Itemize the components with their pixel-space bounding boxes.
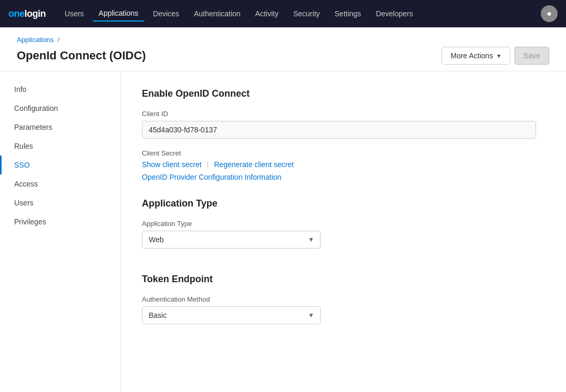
page-header: Applications / OpenId Connect (OIDC) Mor… [0,27,566,71]
show-client-secret-button[interactable]: Show client secret [142,160,202,169]
openid-provider-config-link[interactable]: OpenID Provider Configuration Informatio… [142,173,281,181]
more-actions-button[interactable]: More Actions ▼ [441,47,510,65]
sidebar-item-sso[interactable]: SSO [0,156,120,174]
top-navigation: onelogin Users Applications Devices Auth… [0,0,566,27]
client-secret-group: Client Secret Show client secret | Regen… [142,149,545,181]
application-type-select-wrapper: Web Native/Mobile Single Page App ▼ [142,231,321,249]
link-divider: | [207,160,209,169]
save-button[interactable]: Save [514,47,549,65]
logo: onelogin [8,8,46,19]
breadcrumb: Applications / [17,36,549,44]
main-content: Enable OpenID Connect Client ID Client S… [121,71,566,392]
breadcrumb-separator: / [58,36,60,44]
nav-developers[interactable]: Developers [369,6,419,21]
nav-security[interactable]: Security [287,6,326,21]
sidebar-item-access[interactable]: Access [0,174,120,193]
nav-users[interactable]: Users [58,6,90,21]
authentication-method-select[interactable]: Basic POST None [142,306,321,324]
nav-applications[interactable]: Applications [92,6,145,22]
user-avatar[interactable]: ● [541,5,558,22]
page-title: OpenId Connect (OIDC) [17,49,146,63]
breadcrumb-applications[interactable]: Applications [17,36,54,44]
client-secret-actions: Show client secret | Regenerate client s… [142,160,545,169]
sidebar-item-info[interactable]: Info [0,80,120,99]
nav-devices[interactable]: Devices [147,6,186,21]
main-layout: Info Configuration Parameters Rules SSO … [0,71,566,392]
client-id-label: Client ID [142,110,545,118]
client-secret-label: Client Secret [142,149,545,157]
client-id-input[interactable] [142,121,536,139]
sidebar: Info Configuration Parameters Rules SSO … [0,71,121,392]
authentication-method-label: Authentication Method [142,295,545,303]
regenerate-client-secret-button[interactable]: Regenerate client secret [214,160,294,169]
enable-openid-section-title: Enable OpenID Connect [142,88,545,99]
nav-activity[interactable]: Activity [249,6,285,21]
page-actions: More Actions ▼ Save [441,47,549,65]
sidebar-item-parameters[interactable]: Parameters [0,118,120,137]
sidebar-item-configuration[interactable]: Configuration [0,99,120,118]
authentication-method-select-wrapper: Basic POST None ▼ [142,306,321,324]
sidebar-item-rules[interactable]: Rules [0,137,120,156]
nav-authentication[interactable]: Authentication [188,6,247,21]
application-type-select[interactable]: Web Native/Mobile Single Page App [142,231,321,249]
sidebar-item-privileges[interactable]: Privileges [0,212,120,231]
token-endpoint-section-title: Token Endpoint [142,274,545,285]
authentication-method-group: Authentication Method Basic POST None ▼ [142,295,545,324]
application-type-section-title: Application Type [142,198,545,209]
nav-settings[interactable]: Settings [328,6,368,21]
client-id-group: Client ID [142,110,545,139]
sidebar-item-users[interactable]: Users [0,193,120,212]
chevron-down-icon: ▼ [496,53,501,59]
application-type-group: Application Type Web Native/Mobile Singl… [142,220,545,249]
application-type-label: Application Type [142,220,545,228]
